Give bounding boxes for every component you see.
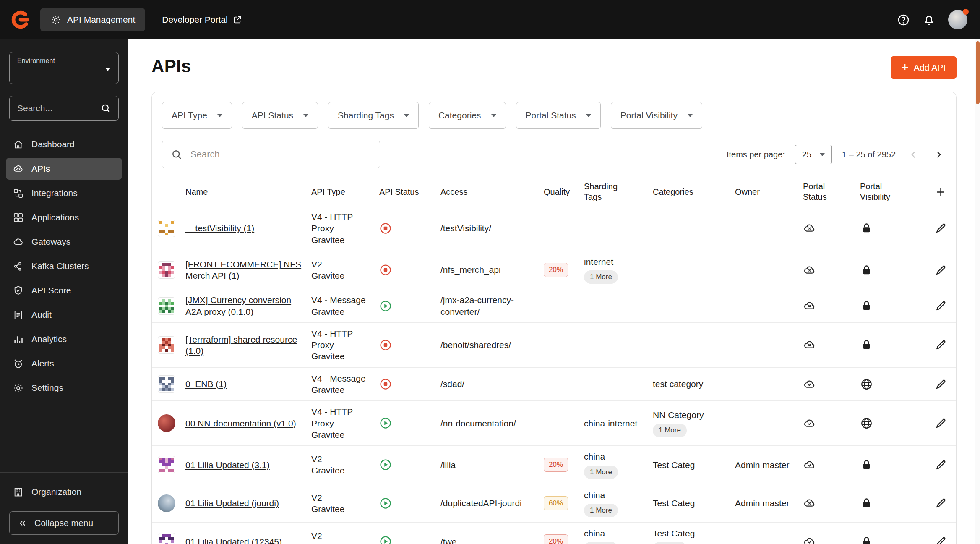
filter-portal-status[interactable]: Portal Status <box>516 102 601 129</box>
api-name-link[interactable]: [JMX] Currency conversion A2A proxy (0.1… <box>185 295 291 316</box>
sidebar-item-organization[interactable]: Organization <box>6 481 122 503</box>
collapse-menu-button[interactable]: Collapse menu <box>9 511 119 535</box>
started-icon <box>379 300 392 312</box>
edit-api-button[interactable] <box>935 264 947 276</box>
categories-more-chip[interactable]: 1 More <box>653 424 687 437</box>
lock-icon <box>860 222 910 235</box>
sharding-more-chip[interactable]: 1 More <box>584 466 618 479</box>
access-cell: /duplicatedAPI-jourdi <box>440 497 544 509</box>
sharding-more-chip[interactable]: 1 More <box>584 542 618 544</box>
previous-page-button[interactable] <box>906 147 921 162</box>
chevron-down-icon <box>217 114 222 117</box>
table-row: 00 NN-documentation (v1.0)V4 - HTTP Prox… <box>152 401 956 446</box>
lock-icon <box>860 338 910 351</box>
add-api-button[interactable]: + Add API <box>891 56 957 79</box>
add-column-button[interactable] <box>935 186 947 198</box>
api-name-link[interactable]: [FRONT ECOMMERCE] NFS Merch API (1) <box>185 259 301 280</box>
stopped-icon <box>379 339 392 351</box>
api-name-link[interactable]: 00 NN-documentation (v1.0) <box>185 418 296 428</box>
page-title: APIs <box>151 56 191 76</box>
sidebar-item-api-score[interactable]: API Score <box>6 280 122 301</box>
filter-categories[interactable]: Categories <box>429 102 506 129</box>
developer-portal-link[interactable]: Developer Portal <box>162 15 242 25</box>
pencil-icon <box>935 222 947 234</box>
plus-icon <box>935 186 947 198</box>
col-header-portal-visibility: Portal Visibility <box>860 181 904 202</box>
api-status-cell <box>379 378 440 390</box>
started-icon <box>379 458 392 471</box>
pencil-icon <box>935 417 947 429</box>
scrollbar-thumb[interactable] <box>976 41 980 104</box>
api-type-cell: V2Gravitee <box>311 259 379 282</box>
portal-visibility-cell <box>860 264 915 277</box>
table-search[interactable] <box>162 141 380 168</box>
categories-more-chip[interactable]: 1 More <box>653 542 687 544</box>
sidebar-item-dashboard[interactable]: Dashboard <box>6 133 122 155</box>
api-status-cell <box>379 535 440 544</box>
user-avatar[interactable] <box>948 10 967 29</box>
api-name-link[interactable]: 01 Lilia Updated (jourdi) <box>185 498 279 508</box>
edit-api-button[interactable] <box>935 497 947 509</box>
col-header-access: Access <box>440 187 544 197</box>
sidebar-item-gateways[interactable]: Gateways <box>6 231 122 253</box>
table-row: 0_ENB (1)V4 - MessageGravitee/sdad/test … <box>152 368 956 401</box>
sharding-more-chip[interactable]: 1 More <box>584 504 618 517</box>
next-page-button[interactable] <box>931 147 946 162</box>
notifications-button[interactable] <box>923 13 936 26</box>
api-name-link[interactable]: 01 Lilia Updated (12345) <box>185 537 282 544</box>
pagination-range: 1 – 25 of 2952 <box>842 150 896 160</box>
chevron-down-icon <box>491 114 496 117</box>
filter-portal-visibility[interactable]: Portal Visibility <box>611 102 702 129</box>
api-management-label: API Management <box>67 15 135 25</box>
edit-api-button[interactable] <box>935 417 947 429</box>
api-name-link[interactable]: 01 Lilia Updated (3.1) <box>185 460 270 470</box>
cloud-unpublished-icon <box>803 299 855 312</box>
globe-icon <box>860 417 910 430</box>
sidebar-item-analytics[interactable]: Analytics <box>6 328 122 350</box>
sidebar-item-audit[interactable]: Audit <box>6 304 122 326</box>
filter-api-status[interactable]: API Status <box>242 102 318 129</box>
apis-card: API TypeAPI StatusSharding TagsCategorie… <box>151 92 957 544</box>
sidebar-item-apis[interactable]: APIs <box>6 158 122 180</box>
pencil-icon <box>935 339 947 351</box>
chevron-down-icon <box>404 114 409 117</box>
environment-select[interactable]: Environment <box>9 52 119 84</box>
edit-api-button[interactable] <box>935 300 947 312</box>
edit-api-button[interactable] <box>935 222 947 234</box>
table-row: [JMX] Currency conversion A2A proxy (0.1… <box>152 289 956 323</box>
pencil-icon <box>935 536 947 544</box>
sharding-more-chip[interactable]: 1 More <box>584 270 618 284</box>
gear-icon <box>50 14 61 25</box>
edit-api-button[interactable] <box>935 339 947 351</box>
page-scrollbar[interactable] <box>975 39 980 544</box>
quality-cell: 20% <box>544 263 584 277</box>
sidebar-item-integrations[interactable]: Integrations <box>6 182 122 204</box>
api-avatar <box>158 456 175 473</box>
sidebar-search-input[interactable] <box>16 103 96 114</box>
api-name-link[interactable]: __testVisibility (1) <box>185 223 254 233</box>
edit-api-button[interactable] <box>935 536 947 544</box>
api-name-link[interactable]: [Terrraform] shared resource (1.0) <box>185 335 297 356</box>
search-icon <box>100 103 112 114</box>
edit-api-button[interactable] <box>935 378 947 390</box>
sidebar-item-applications[interactable]: Applications <box>6 207 122 228</box>
table-row: 01 Lilia Updated (12345)V2Gravitee/twe20… <box>152 523 956 544</box>
api-avatar <box>158 375 175 393</box>
api-type-cell: V4 - MessageGravitee <box>311 294 379 317</box>
sidebar-search[interactable] <box>9 96 119 121</box>
items-per-page-select[interactable]: 25 <box>795 145 832 164</box>
api-management-button[interactable]: API Management <box>40 8 145 31</box>
api-name-link[interactable]: 0_ENB (1) <box>185 379 227 389</box>
table-search-input[interactable] <box>190 149 371 160</box>
help-button[interactable] <box>897 13 910 26</box>
globe-icon <box>860 378 910 391</box>
edit-api-button[interactable] <box>935 459 947 471</box>
table-row: __testVisibility (1)V4 - HTTP ProxyGravi… <box>152 206 956 251</box>
filter-sharding-tags[interactable]: Sharding Tags <box>328 102 419 129</box>
integrations-icon <box>13 188 24 199</box>
filter-api-type[interactable]: API Type <box>162 102 232 129</box>
kafka-icon <box>13 261 24 272</box>
sidebar-item-alerts[interactable]: Alerts <box>6 353 122 374</box>
sidebar-item-settings[interactable]: Settings <box>6 377 122 399</box>
sidebar-item-kafka-clusters[interactable]: Kafka Clusters <box>6 255 122 277</box>
